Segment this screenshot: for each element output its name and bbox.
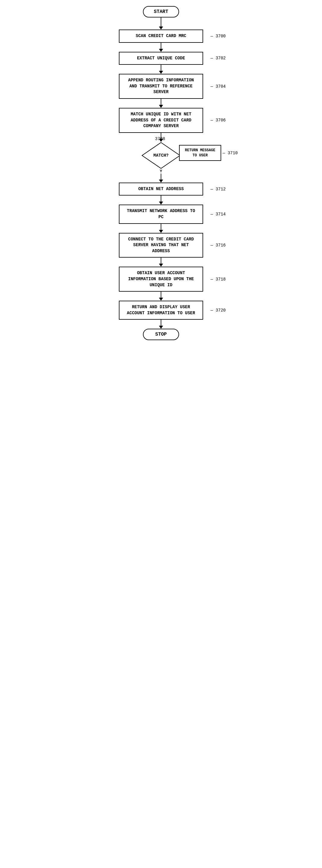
extract-box: EXTRACT UNIQUE CODE xyxy=(119,52,203,65)
connector xyxy=(161,320,161,326)
obtain-user-wrapper: OBTAIN USER ACCOUNT INFORMATION BASED UP… xyxy=(119,267,203,292)
connector xyxy=(161,99,161,105)
arrow xyxy=(159,326,163,329)
return-msg-col: RETURN MESSAGE TO USER — 3710 xyxy=(179,145,221,161)
connector xyxy=(161,43,161,49)
extract-label: — 3702 xyxy=(211,56,226,61)
arrow xyxy=(159,27,163,30)
y-branch: Y xyxy=(160,169,162,174)
connector xyxy=(161,18,161,27)
connector xyxy=(161,195,161,202)
arrow xyxy=(159,71,163,74)
connect-wrapper: CONNECT TO THE CREDIT CARD SERVER HAVING… xyxy=(119,233,203,258)
return-msg-box: RETURN MESSAGE TO USER xyxy=(179,145,221,161)
start-terminal: START xyxy=(143,6,179,18)
match-label: MATCH? xyxy=(153,153,169,158)
y-label: Y xyxy=(160,169,162,174)
arrow xyxy=(159,230,163,233)
return-display-box: RETURN AND DISPLAY USER ACCOUNT INFORMAT… xyxy=(119,301,203,320)
match-q-label: 3708 xyxy=(155,136,165,141)
match-diamond: MATCH? xyxy=(141,142,181,169)
connector xyxy=(161,174,161,180)
transmit-wrapper: TRANSMIT NETWORK ADDRESS TO PC — 3714 xyxy=(119,205,203,223)
append-label: — 3704 xyxy=(211,84,226,89)
return-display-label: — 3720 xyxy=(211,308,226,313)
arrow xyxy=(159,298,163,301)
arrow xyxy=(159,49,163,52)
connect-label: — 3716 xyxy=(211,243,226,248)
connector xyxy=(161,257,161,264)
scan-box: SCAN CREDIT CARD MRC xyxy=(119,30,203,43)
decision-area: MATCH? 3708 N Y RETURN MESSAGE TO USER —… xyxy=(104,142,218,174)
obtain-net-wrapper: OBTAIN NET ADDRESS — 3712 xyxy=(119,183,203,196)
arrow xyxy=(159,180,163,183)
scan-box-wrapper: SCAN CREDIT CARD MRC — 3700 xyxy=(119,30,203,43)
arrow xyxy=(159,264,163,267)
obtain-user-label: — 3718 xyxy=(211,277,226,282)
return-msg-box-container: RETURN MESSAGE TO USER — 3710 xyxy=(179,145,221,161)
connector xyxy=(161,65,161,71)
arrow xyxy=(159,105,163,108)
transmit-box: TRANSMIT NETWORK ADDRESS TO PC xyxy=(119,205,203,223)
obtain-user-box: OBTAIN USER ACCOUNT INFORMATION BASED UP… xyxy=(119,267,203,292)
obtain-net-label: — 3712 xyxy=(211,187,226,192)
arrow xyxy=(159,202,163,205)
connector xyxy=(161,292,161,298)
match-id-label: — 3706 xyxy=(211,118,226,123)
extract-box-wrapper: EXTRACT UNIQUE CODE — 3702 xyxy=(119,52,203,65)
append-box: APPEND ROUTING INFORMATION AND TRANSMIT … xyxy=(119,74,203,99)
return-msg-wrapper: RETURN MESSAGE TO USER — 3710 xyxy=(179,145,221,161)
connect-box: CONNECT TO THE CREDIT CARD SERVER HAVING… xyxy=(119,233,203,258)
match-id-box: MATCH UNIQUE ID WITH NET ADDRESS OF A CR… xyxy=(119,108,203,133)
append-box-wrapper: APPEND ROUTING INFORMATION AND TRANSMIT … xyxy=(119,74,203,99)
scan-label: — 3700 xyxy=(211,34,226,38)
stop-terminal: STOP xyxy=(143,329,179,340)
match-id-box-wrapper: MATCH UNIQUE ID WITH NET ADDRESS OF A CR… xyxy=(119,108,203,133)
return-msg-label: — 3710 xyxy=(223,151,238,155)
obtain-net-box: OBTAIN NET ADDRESS xyxy=(119,183,203,196)
transmit-label: — 3714 xyxy=(211,212,226,217)
return-display-wrapper: RETURN AND DISPLAY USER ACCOUNT INFORMAT… xyxy=(119,301,203,320)
connector xyxy=(161,224,161,230)
flowchart: START SCAN CREDIT CARD MRC — 3700 EXTRAC… xyxy=(86,6,236,340)
